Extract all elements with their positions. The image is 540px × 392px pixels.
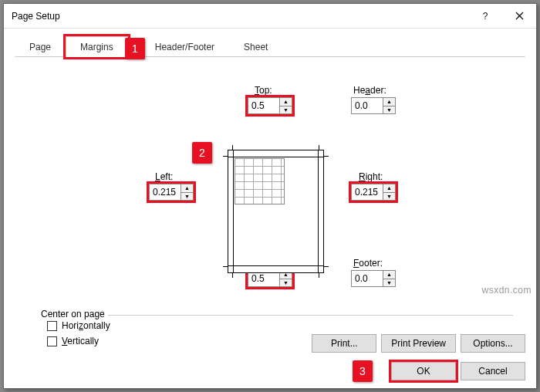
chevron-up-icon[interactable]: ▲ [181, 184, 193, 192]
checkbox-icon [47, 336, 57, 346]
spinner-footer-arrows[interactable]: ▲▼ [383, 270, 396, 287]
tab-page[interactable]: Page [15, 36, 66, 57]
label-right: Right: [359, 171, 383, 182]
titlebar: Page Setup ? [4, 4, 536, 29]
spinner-right-arrows[interactable]: ▲▼ [383, 184, 396, 201]
chevron-down-icon[interactable]: ▼ [181, 192, 193, 201]
dialog-button-row: OK Cancel [391, 362, 525, 380]
group-title-center: Center on page [38, 309, 108, 319]
spinner-header[interactable]: ▲▼ [351, 97, 396, 114]
chevron-up-icon[interactable]: ▲ [383, 271, 395, 279]
spinner-right[interactable]: ▲▼ [351, 184, 396, 201]
chevron-down-icon[interactable]: ▼ [383, 192, 395, 201]
tab-bar: Page Margins Header/Footer Sheet 1 [15, 36, 525, 57]
label-top: Top: [255, 85, 272, 96]
page-setup-dialog: Page Setup ? Page Margins Header/Footer … [3, 3, 537, 389]
ok-button[interactable]: OK [391, 362, 456, 380]
checkbox-vertically-label: Vertically [62, 336, 99, 346]
checkbox-horizontally-label: Horizontally [62, 320, 110, 331]
spinner-header-arrows[interactable]: ▲▼ [383, 97, 396, 114]
chevron-up-icon[interactable]: ▲ [383, 184, 395, 192]
close-button[interactable] [502, 4, 536, 29]
watermark-text: wsxdn.com [481, 285, 532, 296]
options-button[interactable]: Options... [461, 334, 525, 353]
chevron-up-icon[interactable]: ▲ [383, 98, 395, 106]
chevron-down-icon[interactable]: ▼ [383, 279, 395, 287]
chevron-down-icon[interactable]: ▼ [383, 106, 395, 114]
cancel-button[interactable]: Cancel [461, 362, 525, 380]
input-top[interactable] [248, 97, 280, 114]
page-preview [228, 150, 324, 273]
input-left[interactable] [149, 184, 181, 201]
input-right[interactable] [351, 184, 383, 201]
chevron-down-icon[interactable]: ▼ [280, 106, 292, 114]
print-button[interactable]: Print... [312, 334, 376, 353]
tab-margins[interactable]: Margins [66, 36, 128, 57]
print-preview-button[interactable]: Print Preview [381, 334, 456, 353]
chevron-down-icon[interactable]: ▼ [280, 279, 292, 287]
margins-panel: Top: ▲▼ Header: ▲▼ 2 Left: ▲▼ Right: ▲▼ … [4, 57, 536, 350]
spinner-top-arrows[interactable]: ▲▼ [280, 97, 292, 114]
callout-badge-3: 3 [353, 360, 373, 382]
spinner-left[interactable]: ▲▼ [149, 184, 194, 201]
callout-badge-1: 1 [125, 38, 145, 59]
input-footer[interactable] [351, 270, 383, 287]
close-icon [515, 12, 524, 20]
input-header[interactable] [351, 97, 383, 114]
label-footer: Footer: [353, 258, 383, 269]
help-button[interactable]: ? [468, 4, 502, 29]
spinner-footer[interactable]: ▲▼ [351, 270, 396, 287]
spinner-top[interactable]: ▲▼ [248, 97, 292, 114]
callout-badge-2: 2 [192, 142, 212, 164]
tab-header-footer[interactable]: Header/Footer [140, 36, 229, 57]
chevron-up-icon[interactable]: ▲ [280, 98, 292, 106]
label-header: Header: [353, 85, 386, 96]
checkbox-horizontally[interactable]: Horizontally [47, 320, 513, 331]
tab-sheet[interactable]: Sheet [229, 36, 282, 57]
dialog-title: Page Setup [12, 11, 468, 22]
spinner-left-arrows[interactable]: ▲▼ [181, 184, 194, 201]
aux-button-row: Print... Print Preview Options... [312, 334, 525, 353]
label-left: Left: [155, 171, 173, 182]
checkbox-icon [47, 321, 57, 331]
